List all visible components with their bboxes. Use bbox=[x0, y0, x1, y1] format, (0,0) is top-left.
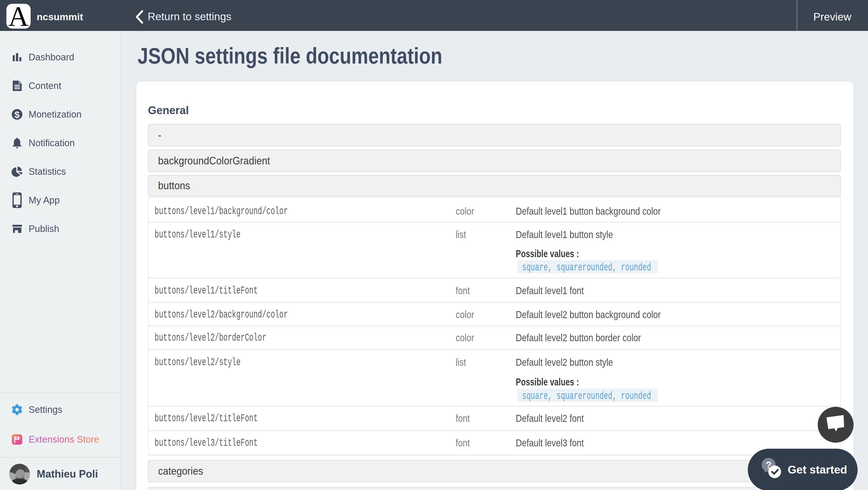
svg-text:$: $ bbox=[14, 110, 20, 120]
